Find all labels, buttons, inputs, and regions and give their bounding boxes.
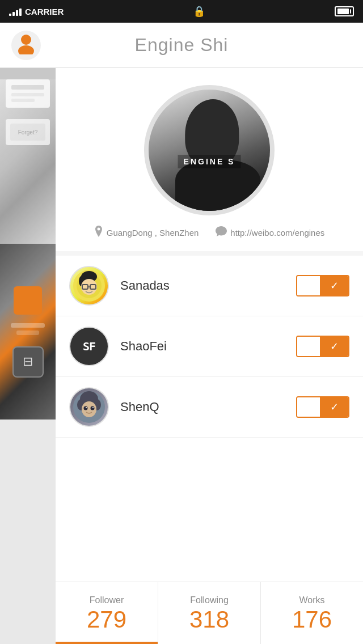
- website-info[interactable]: http://weibo.com/engines: [216, 226, 324, 239]
- profile-info-row: GuangDong , ShenZhen http://weibo.com/en…: [94, 226, 325, 240]
- follow-item-1: Sanadas ✓: [56, 256, 363, 316]
- stat-following[interactable]: Following 318: [158, 582, 261, 644]
- signal-bar-4: [19, 9, 22, 16]
- status-left: CARRIER: [9, 7, 64, 16]
- location-icon: [94, 226, 103, 240]
- follow-avatar-shaofei: SF: [69, 327, 109, 366]
- follow-name-1: Sanadas: [120, 278, 285, 293]
- svg-point-17: [86, 407, 87, 408]
- location-text: GuangDong , ShenZhen: [107, 228, 199, 238]
- svg-point-1: [18, 45, 34, 54]
- profile-section: ENGINE S GuangDong , ShenZhen: [56, 68, 363, 251]
- svg-point-0: [21, 35, 31, 45]
- main-container: Forget? ⊟: [0, 68, 363, 644]
- follow-toggle-3[interactable]: ✓: [296, 396, 349, 418]
- thumbnail-2[interactable]: ⊟: [0, 244, 56, 420]
- lock-icon: 🔒: [193, 5, 205, 18]
- profile-avatar: ENGINE S: [144, 85, 275, 215]
- works-label: Works: [299, 595, 324, 605]
- follow-avatar-sanadas: [69, 266, 109, 306]
- location-info: GuangDong , ShenZhen: [94, 226, 199, 240]
- avatar-label: ENGINE S: [178, 155, 241, 168]
- follow-item-3: ShenQ ✓: [56, 377, 363, 438]
- svg-point-15: [84, 406, 88, 410]
- signal-bar-3: [16, 10, 18, 16]
- thumbnail-1[interactable]: Forget?: [0, 68, 56, 244]
- follow-item-2: SF ShaoFei ✓: [56, 316, 363, 377]
- top-nav: Engine Shi: [0, 23, 363, 68]
- signal-bar-1: [9, 14, 11, 16]
- chat-icon: [216, 226, 227, 239]
- svg-point-14: [82, 401, 96, 417]
- battery-icon: [335, 6, 354, 16]
- stat-works[interactable]: Works 176: [261, 582, 363, 644]
- following-label: Following: [190, 595, 229, 605]
- following-count: 318: [189, 608, 229, 632]
- stat-follower[interactable]: Follower 279: [56, 582, 158, 644]
- status-bar: CARRIER 🔒: [0, 0, 363, 23]
- follow-name-2: ShaoFei: [120, 339, 285, 354]
- follow-avatar-sf-text: SF: [83, 340, 95, 353]
- following-list: Sanadas ✓ SF ShaoFei ✓: [56, 256, 363, 582]
- follow-name-3: ShenQ: [120, 400, 285, 414]
- signal-bars-icon: [9, 7, 22, 16]
- carrier-label: CARRIER: [25, 7, 64, 16]
- website-text: http://weibo.com/engines: [230, 228, 324, 238]
- follow-toggle-1[interactable]: ✓: [296, 275, 349, 296]
- person-icon: [15, 32, 37, 59]
- svg-point-16: [91, 406, 95, 410]
- signal-bar-2: [12, 12, 15, 16]
- svg-point-18: [92, 407, 94, 408]
- follow-toggle-2[interactable]: ✓: [296, 336, 349, 357]
- follower-count: 279: [87, 608, 126, 632]
- right-panel: ENGINE S GuangDong , ShenZhen: [56, 68, 363, 644]
- stats-footer: Follower 279 Following 318 Works 176: [56, 582, 363, 644]
- left-panel: Forget? ⊟: [0, 68, 56, 644]
- follower-label: Follower: [90, 595, 124, 605]
- works-count: 176: [292, 608, 332, 632]
- nav-avatar[interactable]: [11, 31, 41, 60]
- follow-avatar-shenq: [69, 387, 109, 427]
- page-title: Engine Shi: [41, 35, 322, 56]
